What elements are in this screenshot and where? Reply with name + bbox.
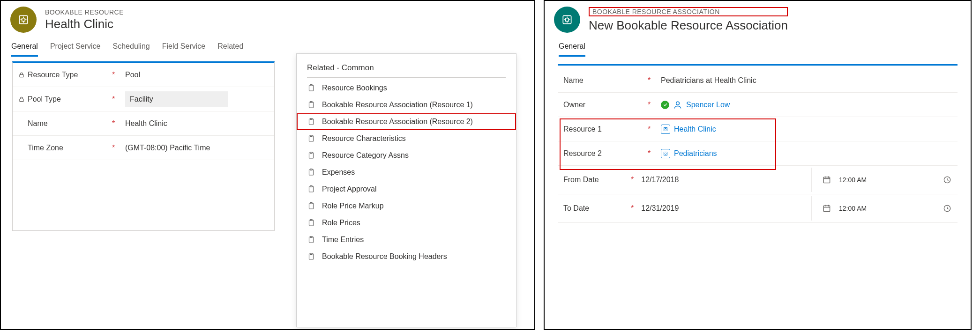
related-item-role-price-markup[interactable]: Role Price Markup <box>297 198 516 214</box>
resource1-lookup[interactable]: Health Clinic <box>661 125 716 134</box>
related-item-label: Bookable Resource Association (Resource … <box>322 118 473 126</box>
bookable-resource-panel: BOOKABLE RESOURCE Health Clinic General … <box>0 0 535 330</box>
field-from-date: From Date * 12/17/2018 12:00 AM <box>558 166 958 194</box>
required-indicator: * <box>112 144 125 152</box>
related-item-label: Expenses <box>322 168 355 177</box>
svg-point-26 <box>676 102 680 105</box>
required-indicator: * <box>648 149 661 158</box>
related-item-label: Time Entries <box>322 236 364 244</box>
record-title: Health Clinic <box>45 17 124 31</box>
general-form-card: Resource Type * Pool Pool Type * Facilit… <box>12 61 275 231</box>
related-dropdown[interactable]: Related - Common Resource Bookings Booka… <box>296 53 516 327</box>
related-item-role-prices[interactable]: Role Prices <box>297 214 516 231</box>
field-to-date: To Date * 12/31/2019 12:00 AM <box>558 194 958 223</box>
related-item-label: Resource Category Assns <box>322 151 409 160</box>
clipboard-icon <box>307 185 315 193</box>
related-item-label: Role Prices <box>322 219 360 227</box>
resource2-value: Pediatricians <box>674 149 717 158</box>
pool-type-label: Pool Type <box>28 95 61 103</box>
related-item-label: Resource Bookings <box>322 84 387 92</box>
related-item-resource-category-assns[interactable]: Resource Category Assns <box>297 147 516 164</box>
clipboard-icon <box>307 202 315 210</box>
entity-type-label: BOOKABLE RESOURCE <box>45 8 124 16</box>
required-indicator: * <box>631 204 641 213</box>
lock-icon <box>18 96 25 103</box>
clipboard-icon <box>307 219 315 227</box>
field-name: Name * Pediatricians at Health Clinic <box>558 68 958 93</box>
general-form-card: Name * Pediatricians at Health Clinic Ow… <box>558 64 958 223</box>
required-indicator: * <box>648 125 661 133</box>
svg-rect-31 <box>823 206 830 212</box>
resource2-lookup[interactable]: Pediatricians <box>661 149 717 158</box>
required-indicator: * <box>112 71 125 79</box>
pool-type-value[interactable]: Facility <box>125 91 228 107</box>
required-indicator: * <box>112 95 125 103</box>
record-title: New Bookable Resource Association <box>589 18 788 33</box>
clipboard-icon <box>307 101 315 109</box>
owner-value: Spencer Low <box>686 101 730 109</box>
related-item-time-entries[interactable]: Time Entries <box>297 231 516 248</box>
entity-icon <box>554 7 580 33</box>
resource-icon <box>661 149 670 158</box>
tab-general[interactable]: General <box>559 39 585 57</box>
field-owner: Owner * Spencer Low <box>558 93 958 117</box>
related-item-bra-resource2[interactable]: Bookable Resource Association (Resource … <box>297 113 516 130</box>
required-indicator: * <box>112 119 125 128</box>
related-section-title: Related - Common <box>297 60 516 75</box>
required-indicator: * <box>648 76 661 85</box>
entity-icon <box>10 7 37 33</box>
bookable-resource-association-panel: BOOKABLE RESOURCE ASSOCIATION New Bookab… <box>544 0 972 330</box>
name-value[interactable]: Health Clinic <box>125 119 269 128</box>
name-label: Name <box>28 119 48 128</box>
tab-project-service[interactable]: Project Service <box>50 39 101 57</box>
tab-field-service[interactable]: Field Service <box>162 39 205 57</box>
owner-label: Owner <box>563 101 585 109</box>
clock-icon[interactable] <box>943 175 952 184</box>
field-resource1: Resource 1 * Health Clinic <box>558 117 958 141</box>
related-item-expenses[interactable]: Expenses <box>297 164 516 181</box>
svg-rect-29 <box>823 177 830 183</box>
tab-scheduling[interactable]: Scheduling <box>113 39 150 57</box>
tab-list: General <box>545 37 971 57</box>
related-item-resource-bookings[interactable]: Resource Bookings <box>297 80 516 96</box>
resource-icon <box>661 125 670 134</box>
to-date-label: To Date <box>563 204 589 213</box>
related-item-booking-headers[interactable]: Bookable Resource Booking Headers <box>297 248 516 265</box>
field-resource-type: Resource Type * Pool <box>13 63 274 87</box>
from-date-value[interactable]: 12/17/2018 <box>641 176 811 184</box>
related-item-label: Role Price Markup <box>322 202 384 210</box>
resource1-value: Health Clinic <box>674 125 716 133</box>
required-indicator: * <box>648 101 661 109</box>
calendar-icon[interactable] <box>822 175 831 184</box>
time-zone-value[interactable]: (GMT-08:00) Pacific Time <box>125 144 269 152</box>
svg-rect-1 <box>20 74 23 77</box>
to-date-value[interactable]: 12/31/2019 <box>641 204 811 213</box>
svg-rect-27 <box>664 127 667 131</box>
name-label: Name <box>563 76 584 85</box>
header: BOOKABLE RESOURCE Health Clinic <box>1 1 534 37</box>
clock-icon[interactable] <box>943 204 952 213</box>
resource2-label: Resource 2 <box>563 149 602 158</box>
time-zone-label: Time Zone <box>28 144 63 152</box>
related-item-label: Project Approval <box>322 185 377 193</box>
header: BOOKABLE RESOURCE ASSOCIATION New Bookab… <box>545 1 971 37</box>
related-item-bra-resource1[interactable]: Bookable Resource Association (Resource … <box>297 96 516 113</box>
tab-related[interactable]: Related <box>217 39 243 57</box>
clipboard-icon <box>307 151 315 160</box>
from-time-value[interactable]: 12:00 AM <box>839 176 935 184</box>
related-item-resource-characteristics[interactable]: Resource Characteristics <box>297 130 516 147</box>
clipboard-icon <box>307 168 315 177</box>
clipboard-icon <box>307 84 315 92</box>
online-status-icon <box>661 101 669 109</box>
svg-rect-28 <box>664 152 667 155</box>
resource-type-label: Resource Type <box>28 71 78 79</box>
related-item-project-approval[interactable]: Project Approval <box>297 181 516 198</box>
owner-lookup[interactable]: Spencer Low <box>673 100 730 110</box>
to-time-value[interactable]: 12:00 AM <box>839 205 935 212</box>
tab-general[interactable]: General <box>11 39 38 57</box>
required-indicator: * <box>631 176 641 184</box>
field-resource2: Resource 2 * Pediatricians <box>558 141 958 166</box>
resource-type-value[interactable]: Pool <box>125 71 269 79</box>
name-value[interactable]: Pediatricians at Health Clinic <box>661 76 952 85</box>
calendar-icon[interactable] <box>822 204 831 213</box>
